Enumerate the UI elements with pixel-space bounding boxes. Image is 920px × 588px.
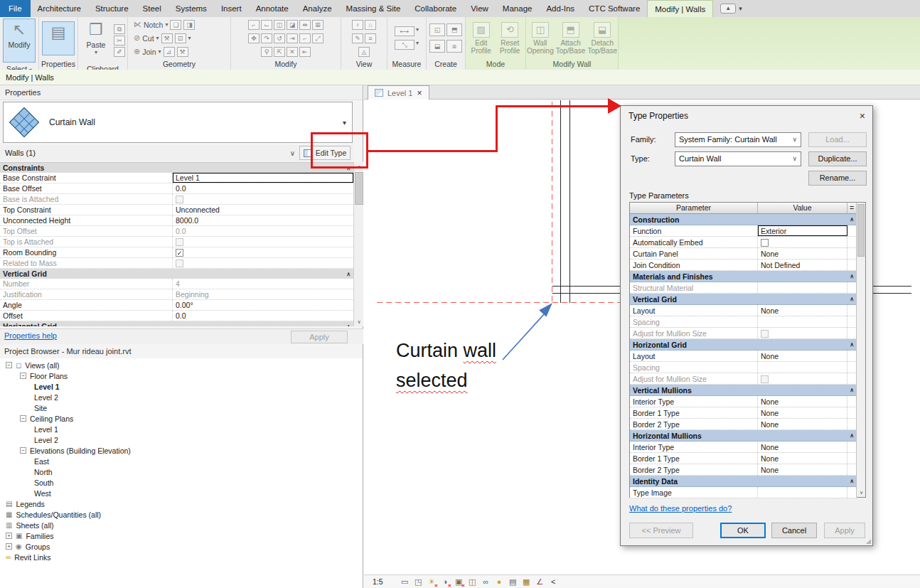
- collapse-icon[interactable]: −: [20, 373, 26, 379]
- browser-item-schedules-quantities-all[interactable]: ▦Schedules/Quantities (all): [0, 509, 363, 520]
- browser-item-level-1[interactable]: Level 1: [0, 381, 363, 392]
- properties-help-link[interactable]: Properties help: [4, 331, 57, 340]
- collapse-icon[interactable]: ∧: [346, 271, 351, 277]
- crop-view-icon[interactable]: ▣×: [453, 576, 465, 588]
- view-scale-button[interactable]: 1:5: [373, 577, 383, 586]
- property-value[interactable]: ✓: [173, 247, 353, 257]
- family-combo-caret-icon[interactable]: ∨: [792, 133, 797, 146]
- browser-item-sheets-all[interactable]: ▥Sheets (all): [0, 520, 363, 530]
- corner-icon[interactable]: ⌐: [299, 33, 311, 43]
- view-tab-close-icon[interactable]: ×: [417, 88, 422, 98]
- browser-item-south[interactable]: South: [0, 477, 363, 488]
- split-icon[interactable]: ⇹: [299, 20, 311, 30]
- scroll-down-icon[interactable]: ∨: [354, 317, 364, 326]
- properties-button[interactable]: ▤: [42, 21, 75, 55]
- duplicate-button[interactable]: Duplicate...: [808, 151, 867, 166]
- paste-dropdown-icon[interactable]: ▾: [95, 49, 97, 55]
- section-header-vertical-grid[interactable]: Vertical Grid∧: [0, 269, 353, 279]
- browser-item-elevations-building-elevation[interactable]: −Elevations (Building Elevation): [0, 445, 363, 456]
- collapse-icon[interactable]: −: [20, 447, 26, 454]
- dialog-table-scrollbar[interactable]: ∨: [856, 203, 865, 497]
- property-value[interactable]: 0.00°: [173, 300, 353, 310]
- copy-icon[interactable]: ⧉: [114, 24, 125, 34]
- property-value[interactable]: Level 1: [173, 173, 353, 183]
- preview-button[interactable]: << Preview: [629, 523, 693, 538]
- section-header-constraints[interactable]: Constraints∧: [0, 163, 353, 173]
- extend-icon[interactable]: ⇤: [299, 47, 311, 57]
- property-value[interactable]: None: [758, 248, 847, 259]
- section-header-vertical-mullions[interactable]: Vertical Mullions∧: [630, 385, 857, 396]
- collapse-icon[interactable]: ∧: [850, 296, 854, 302]
- ribbon-tab-manage[interactable]: Manage: [496, 0, 540, 17]
- ribbon-tab-structure[interactable]: Structure: [88, 0, 136, 17]
- collapse-icon[interactable]: ∧: [850, 341, 854, 348]
- notch-button[interactable]: ⋉Notch▾❏◨: [134, 19, 195, 31]
- hide-icon[interactable]: ⌂: [365, 20, 376, 30]
- expand-icon[interactable]: +: [6, 543, 12, 550]
- join-geometry-button[interactable]: ⊕Join▾⊿⚒: [134, 46, 188, 58]
- dialog-resize-grip[interactable]: ◢: [866, 538, 871, 545]
- ribbon-tab-ctc-software[interactable]: CTC Software: [582, 0, 647, 17]
- section-header-horizontal-mullions[interactable]: Horizontal Mullions∧: [630, 430, 857, 442]
- property-value[interactable]: None: [758, 351, 847, 361]
- browser-item-east[interactable]: East: [0, 456, 363, 466]
- demolish-icon[interactable]: ⊡: [175, 33, 186, 43]
- trim-icon[interactable]: ⇥: [287, 33, 298, 43]
- wall-opening-button[interactable]: ◫ Wall Opening: [527, 22, 554, 55]
- cope-icon[interactable]: ❏: [170, 20, 181, 30]
- section-header-horizontal-grid[interactable]: Horizontal Grid∧: [0, 321, 353, 326]
- ribbon-tab-architecture[interactable]: Architecture: [31, 0, 88, 17]
- beam-icon[interactable]: ◨: [183, 20, 195, 30]
- property-value[interactable]: None: [758, 305, 847, 316]
- collapse-icon[interactable]: −: [6, 362, 12, 368]
- unpin-icon[interactable]: ⇱: [274, 47, 285, 57]
- ribbon-tab-analyze[interactable]: Analyze: [296, 0, 339, 17]
- ribbon-minimize-icon[interactable]: ▲: [720, 4, 736, 14]
- ribbon-tab-modify-walls[interactable]: Modify | Walls: [647, 0, 713, 17]
- browser-item-site[interactable]: Site: [0, 402, 363, 413]
- browser-item-groups[interactable]: +◉Groups: [0, 541, 363, 552]
- property-value[interactable]: None: [758, 396, 847, 407]
- dimension-icon[interactable]: ⤡: [395, 40, 414, 50]
- ribbon-tab-systems[interactable]: Systems: [169, 0, 214, 17]
- collapse-icon[interactable]: ∧: [850, 273, 854, 279]
- ribbon-tab-steel[interactable]: Steel: [136, 0, 169, 17]
- create-group-icon[interactable]: ◱: [429, 23, 445, 36]
- reveal-constraints-icon[interactable]: ∠: [534, 576, 546, 588]
- measure-icon[interactable]: ⟷: [395, 26, 414, 36]
- detail-level-icon[interactable]: ▭: [399, 576, 411, 588]
- selection-filter-label[interactable]: Walls (1): [0, 149, 290, 157]
- create-parts-icon[interactable]: ⧈: [446, 40, 462, 53]
- dialog-scroll-down-icon[interactable]: ∨: [857, 488, 866, 497]
- collapse-icon[interactable]: ∧: [850, 216, 854, 223]
- array-icon[interactable]: ⊞: [312, 20, 323, 30]
- delete-icon[interactable]: ✕: [287, 47, 298, 57]
- dialog-help-link[interactable]: What do these properties do?: [629, 504, 732, 513]
- property-value[interactable]: 0.0: [173, 311, 353, 321]
- modify-panel-label[interactable]: Modify: [231, 59, 341, 70]
- collapse-icon[interactable]: ∧: [850, 387, 854, 393]
- property-value[interactable]: Exterior: [758, 225, 847, 236]
- geometry-panel-label[interactable]: Geometry: [128, 59, 230, 70]
- paste-button[interactable]: ❒ Paste ▾: [80, 18, 112, 63]
- section-header-construction[interactable]: Construction∧: [630, 214, 857, 225]
- type-combo-caret-icon[interactable]: ∨: [792, 152, 797, 166]
- rotate-icon[interactable]: ↺: [274, 33, 285, 43]
- mirror-draw-icon[interactable]: ◪: [287, 20, 298, 30]
- collapse-icon[interactable]: −: [20, 415, 26, 422]
- section-header-vertical-grid[interactable]: Vertical Grid∧: [630, 294, 857, 305]
- checkbox-checked[interactable]: ✓: [176, 249, 183, 257]
- offset-icon[interactable]: ⌙: [261, 20, 272, 30]
- properties-scrollbar[interactable]: ∧ ∨: [353, 162, 363, 326]
- browser-item-views-all[interactable]: −◻Views (all): [0, 360, 363, 370]
- property-value[interactable]: None: [758, 442, 847, 452]
- property-value[interactable]: Unconnected: [173, 205, 353, 215]
- override-icon[interactable]: ≡: [365, 33, 376, 43]
- type-selector[interactable]: Curtain Wall ▾: [3, 102, 353, 143]
- cut-geometry-button[interactable]: ⊘Cut▾⚒⊡▾: [134, 33, 191, 44]
- property-value[interactable]: 8000.0: [173, 215, 353, 225]
- copy-modify-icon[interactable]: ↷: [261, 33, 272, 43]
- family-combo[interactable]: System Family: Curtain Wall∨: [675, 132, 801, 147]
- crop-region-icon[interactable]: ◫: [466, 576, 478, 588]
- create-assembly-icon[interactable]: ⬓: [429, 40, 445, 53]
